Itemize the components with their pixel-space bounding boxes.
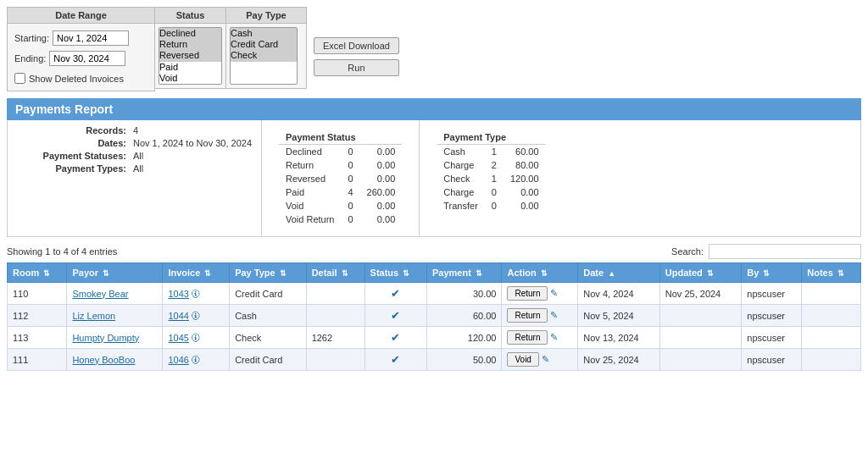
col-header-updated[interactable]: Updated ⇅ — [659, 263, 742, 283]
edit-icon[interactable]: ✎ — [550, 332, 558, 343]
type-name: Charge — [437, 185, 485, 199]
info-icon[interactable]: 🛈 — [191, 333, 200, 343]
edit-icon[interactable]: ✎ — [550, 310, 558, 321]
paytype-cell: Credit Card — [230, 349, 306, 371]
search-label: Search: — [671, 246, 704, 257]
payor-link[interactable]: Liz Lemon — [72, 311, 115, 321]
return-button[interactable]: Return — [507, 308, 548, 323]
status-listbox[interactable]: Declined Return Reversed Paid Void — [159, 27, 222, 85]
by-cell: npscuser — [742, 327, 802, 349]
col-header-action[interactable]: Action ⇅ — [502, 263, 578, 283]
col-header-status[interactable]: Status ⇅ — [364, 263, 426, 283]
col-header-date[interactable]: Date ▲ — [578, 263, 660, 283]
type-amount: 60.00 — [504, 145, 546, 159]
edit-icon[interactable]: ✎ — [550, 288, 558, 299]
col-header-room[interactable]: Room ⇅ — [8, 263, 67, 283]
payor-cell: Liz Lemon — [67, 305, 163, 327]
action-cell: Void✎ — [502, 349, 578, 371]
table-row: 111 Honey BooBoo 1046🛈 Credit Card ✔ 50.… — [8, 349, 861, 371]
col-header-notes[interactable]: Notes ⇅ — [802, 263, 861, 283]
invoice-link[interactable]: 1045 — [168, 333, 188, 343]
date-cell: Nov 5, 2024 — [578, 305, 660, 327]
status-option-paid[interactable]: Paid — [159, 62, 221, 73]
sort-icon: ⇅ — [204, 269, 211, 278]
status-cell: ✔ — [364, 283, 426, 305]
status-option-return[interactable]: Return — [159, 39, 221, 50]
table-row: 113 Humpty Dumpty 1045🛈 Check 1262 ✔ 120… — [8, 327, 861, 349]
status-row: Paid4260.00 — [279, 185, 402, 199]
status-count: 0 — [341, 172, 359, 185]
paytype-option-creditcard[interactable]: Credit Card — [231, 39, 297, 50]
col-header-detail[interactable]: Detail ⇅ — [306, 263, 364, 283]
excel-download-button[interactable]: Excel Download — [314, 37, 399, 54]
payment-statuses-label: Payment Statuses: — [16, 151, 126, 161]
col-header-pay-type[interactable]: Pay Type ⇅ — [230, 263, 306, 283]
return-button[interactable]: Return — [507, 330, 548, 345]
edit-icon[interactable]: ✎ — [542, 354, 549, 365]
paytype-option-check[interactable]: Check — [231, 50, 297, 61]
status-count: 0 — [341, 213, 359, 226]
type-name: Check — [437, 172, 485, 185]
col-header-payor[interactable]: Payor ⇅ — [67, 263, 163, 283]
status-row: Void Return00.00 — [279, 213, 402, 226]
type-row: Check1120.00 — [437, 172, 545, 185]
type-count: 1 — [485, 145, 504, 159]
invoice-link[interactable]: 1046 — [168, 355, 188, 365]
status-name: Return — [279, 158, 341, 172]
ending-input[interactable] — [49, 51, 125, 66]
action-cell: Return✎ — [502, 283, 578, 305]
status-name: Void — [279, 199, 341, 213]
sort-icon: ⇅ — [342, 269, 348, 278]
status-count: 0 — [341, 145, 359, 159]
updated-cell — [659, 349, 742, 371]
search-input[interactable] — [709, 244, 861, 259]
payment-cell: 120.00 — [426, 327, 501, 349]
status-row: Reversed00.00 — [279, 172, 402, 185]
show-deleted-checkbox[interactable] — [14, 73, 25, 84]
status-option-void[interactable]: Void — [159, 73, 221, 84]
status-cell: ✔ — [364, 305, 426, 327]
status-cell: ✔ — [364, 327, 426, 349]
table-row: 112 Liz Lemon 1044🛈 Cash ✔ 60.00 Return✎… — [8, 305, 861, 327]
info-icon[interactable]: 🛈 — [191, 289, 200, 299]
paytype-cell: Cash — [230, 305, 306, 327]
type-name: Cash — [437, 145, 485, 159]
status-name: Reversed — [279, 172, 341, 185]
col-header-payment[interactable]: Payment ⇅ — [426, 263, 501, 283]
sort-icon: ⇅ — [763, 269, 770, 278]
showing-text: Showing 1 to 4 of 4 entries — [7, 246, 117, 257]
by-cell: npscuser — [742, 349, 802, 371]
status-count: 4 — [341, 185, 359, 199]
run-button[interactable]: Run — [314, 59, 399, 76]
type-amount: 0.00 — [504, 185, 546, 199]
type-row: Charge00.00 — [437, 185, 545, 199]
payor-link[interactable]: Humpty Dumpty — [72, 333, 139, 343]
col-header-invoice[interactable]: Invoice ⇅ — [163, 263, 230, 283]
status-name: Void Return — [279, 213, 341, 226]
status-option-declined[interactable]: Declined — [159, 28, 221, 39]
status-count: 0 — [341, 158, 359, 172]
payment-cell: 30.00 — [426, 283, 501, 305]
col-header-by[interactable]: By ⇅ — [742, 263, 802, 283]
paytype-option-cash[interactable]: Cash — [231, 28, 297, 39]
type-name: Transfer — [437, 199, 485, 213]
return-button[interactable]: Return — [507, 286, 548, 301]
paytype-cell: Credit Card — [230, 283, 306, 305]
payor-link[interactable]: Honey BooBoo — [72, 355, 135, 365]
info-icon[interactable]: 🛈 — [191, 355, 200, 365]
invoice-link[interactable]: 1044 — [168, 311, 188, 321]
payment-status-header: Payment Status — [279, 130, 402, 145]
void-button[interactable]: Void — [507, 352, 538, 367]
status-option-reversed[interactable]: Reversed — [159, 50, 221, 61]
detail-cell — [306, 305, 364, 327]
invoice-link[interactable]: 1043 — [168, 289, 188, 299]
paytype-listbox[interactable]: Cash Credit Card Check — [230, 27, 298, 85]
info-icon[interactable]: 🛈 — [191, 311, 200, 321]
status-amount: 0.00 — [360, 213, 403, 226]
status-amount: 260.00 — [360, 185, 403, 199]
starting-input[interactable] — [53, 30, 129, 46]
by-cell: npscuser — [742, 305, 802, 327]
payor-link[interactable]: Smokey Bear — [72, 289, 128, 299]
status-row: Return00.00 — [279, 158, 402, 172]
type-count: 1 — [485, 172, 504, 185]
